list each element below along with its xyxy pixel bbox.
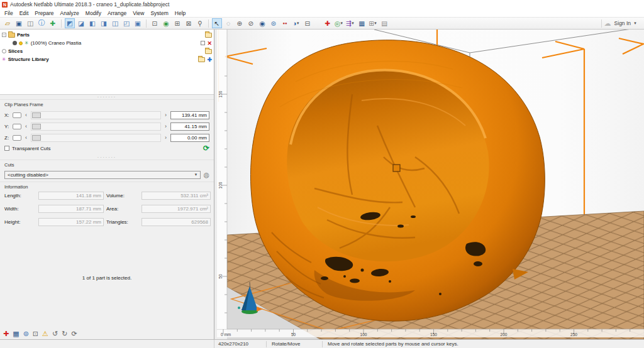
x-slider-handle[interactable] — [32, 112, 41, 118]
x-plane-value-field[interactable]: 139.41 mm — [170, 111, 209, 119]
tree-row-slices[interactable]: Slices — [0, 47, 214, 55]
rotate-step-icon[interactable]: ⟳ — [71, 330, 77, 338]
z-slider-left-icon[interactable]: ‹ — [24, 134, 28, 141]
delete-part-icon[interactable]: ✕ — [207, 40, 212, 46]
menu-view[interactable]: View — [130, 9, 147, 17]
x-slider-right-icon[interactable]: › — [164, 112, 168, 118]
select-shell-icon[interactable]: ◉ — [161, 18, 171, 28]
information-title: Information — [4, 184, 209, 190]
collapse-icon[interactable]: − — [2, 33, 6, 37]
part-status-icon[interactable] — [13, 41, 17, 45]
z-plane-checkbox[interactable] — [13, 135, 21, 141]
dropdown-caret-icon[interactable]: ▼ — [340, 21, 343, 25]
x-slider-left-icon[interactable]: ‹ — [24, 112, 28, 118]
y-plane-value-field[interactable]: 41.15 mm — [170, 122, 209, 131]
add-part-icon[interactable]: ✚ — [48, 18, 58, 28]
menu-arrange[interactable]: Arrange — [104, 9, 130, 17]
repair-part-icon[interactable]: ✚ — [323, 18, 333, 28]
slice-view-icon[interactable]: ⊜ — [23, 330, 29, 338]
view-front-icon[interactable]: ◩ — [65, 18, 75, 28]
grow-selection-icon[interactable]: ⊞ — [172, 18, 182, 28]
view-top-icon[interactable]: ◫ — [110, 18, 120, 28]
y-slider-handle[interactable] — [32, 124, 41, 129]
part-properties-button[interactable] — [201, 41, 205, 45]
transparent-cuts-checkbox[interactable] — [4, 146, 9, 151]
menu-system[interactable]: System — [147, 9, 171, 17]
export-part-icon[interactable]: ◫ — [25, 18, 35, 28]
dropdown-caret-icon[interactable]: ▼ — [351, 21, 355, 25]
skull-model[interactable] — [250, 40, 545, 321]
label-icon[interactable]: ⊞▼ — [368, 18, 378, 28]
warnings-icon[interactable]: ⚠ — [42, 330, 48, 338]
menu-prepare[interactable]: Prepare — [31, 9, 57, 17]
pack-platform-icon[interactable]: ▦ — [13, 330, 19, 338]
rotate-ccw-icon[interactable]: ↺ — [52, 330, 58, 338]
y-slider-left-icon[interactable]: ‹ — [24, 123, 28, 129]
zoom-in-icon[interactable]: ⊕ — [235, 18, 245, 28]
view-back-icon[interactable]: ◪ — [76, 18, 86, 28]
tree-row-part-item[interactable]: ✳ (100%) Craneo Plastia ✕ — [0, 39, 214, 47]
find-part-icon[interactable]: ⚲ — [195, 18, 205, 28]
view-right-icon[interactable]: ◨ — [99, 18, 109, 28]
part-actions-icon[interactable]: ✳ — [25, 40, 29, 46]
y-slider-right-icon[interactable]: › — [164, 123, 168, 129]
save-project-icon[interactable]: ▣ — [14, 18, 24, 28]
view-bottom-icon[interactable]: ◰ — [121, 18, 131, 28]
menu-analyze[interactable]: Analyze — [57, 9, 82, 17]
view-iso-icon[interactable]: ▣ — [133, 18, 143, 28]
z-plane-slider[interactable] — [31, 134, 161, 142]
menu-help[interactable]: Help — [172, 9, 189, 17]
pivot-marker[interactable] — [393, 165, 400, 171]
invert-selection-icon[interactable]: ⊠ — [184, 18, 194, 28]
refresh-icon[interactable]: ⟳ — [203, 144, 209, 153]
tree-row-parts[interactable]: − Parts — [0, 31, 214, 39]
visibility-bulb-icon[interactable] — [19, 41, 23, 45]
dropdown-caret-icon[interactable]: ▼ — [296, 21, 300, 25]
repair-icon[interactable]: ✚ — [3, 330, 9, 338]
menu-edit[interactable]: Edit — [16, 9, 32, 17]
snapshot-icon[interactable]: ⊡ — [33, 330, 38, 338]
view-left-icon[interactable]: ◧ — [87, 18, 97, 28]
zoom-out-icon[interactable]: ⊘ — [246, 18, 256, 28]
rotate-cw-icon[interactable]: ↻ — [62, 330, 67, 338]
validate-icon[interactable]: ◎▼ — [334, 18, 344, 28]
open-parts-folder-icon[interactable] — [205, 33, 212, 38]
shading-toggle-icon[interactable]: ●● — [280, 18, 290, 28]
basket-icon[interactable]: ▤ — [379, 18, 389, 28]
panel-splitter[interactable]: ······· — [0, 95, 214, 99]
sign-in-caret-icon[interactable]: ▼ — [633, 21, 637, 25]
sphere-icon[interactable]: ◍ — [203, 171, 209, 179]
y-plane-checkbox[interactable] — [13, 124, 21, 129]
sign-in-label[interactable]: Sign In — [614, 20, 631, 26]
part-item-label[interactable]: (100%) Craneo Plastia — [31, 40, 81, 46]
zoom-fit-icon[interactable]: ◉ — [257, 18, 267, 28]
open-slices-folder-icon[interactable] — [205, 49, 212, 54]
sign-in-area[interactable]: ☁ Sign In ▼ — [604, 19, 642, 28]
menu-modify[interactable]: Modify — [82, 9, 104, 17]
z-slider-right-icon[interactable]: › — [164, 134, 168, 141]
menu-file[interactable]: File — [1, 9, 16, 17]
add-structure-icon[interactable]: ✚ — [207, 57, 212, 63]
transparency-icon[interactable]: ◑▼ — [291, 18, 301, 28]
lasso-icon[interactable]: ◌ — [223, 18, 233, 28]
z-plane-value-field[interactable]: 0.00 mm — [170, 134, 209, 142]
viewport-3d[interactable]: 0 mm50100150200250 15010050 — [214, 30, 644, 339]
viewport-canvas[interactable]: 0 mm50100150200250 15010050 — [214, 30, 644, 339]
dropdown-caret-icon[interactable]: ▼ — [374, 21, 377, 25]
cursor-select-icon[interactable]: ↖ — [212, 18, 222, 28]
open-project-icon[interactable]: ▱ — [3, 18, 13, 28]
orientation-icon[interactable]: ⇶▼ — [345, 18, 355, 28]
orbit-icon[interactable]: ⊛ — [269, 18, 279, 28]
measure-frame-icon[interactable]: ⊟ — [303, 18, 313, 28]
x-plane-checkbox[interactable] — [13, 112, 21, 118]
pack-icon[interactable]: ▦ — [357, 18, 367, 28]
cutting-dropdown[interactable]: <cutting disabled> ▼ — [4, 171, 201, 179]
part-info-icon[interactable]: ⓘ — [36, 18, 47, 28]
x-plane-slider[interactable] — [31, 111, 161, 119]
panel-splitter-2[interactable]: ······· — [0, 155, 214, 160]
z-slider-handle[interactable] — [32, 135, 41, 141]
open-structure-folder-icon[interactable] — [198, 57, 205, 62]
select-box-icon[interactable]: ⊡ — [150, 18, 160, 28]
y-plane-slider[interactable] — [31, 122, 161, 131]
tree-row-structure-library[interactable]: ✳ Structure Library ✚ — [0, 55, 214, 63]
